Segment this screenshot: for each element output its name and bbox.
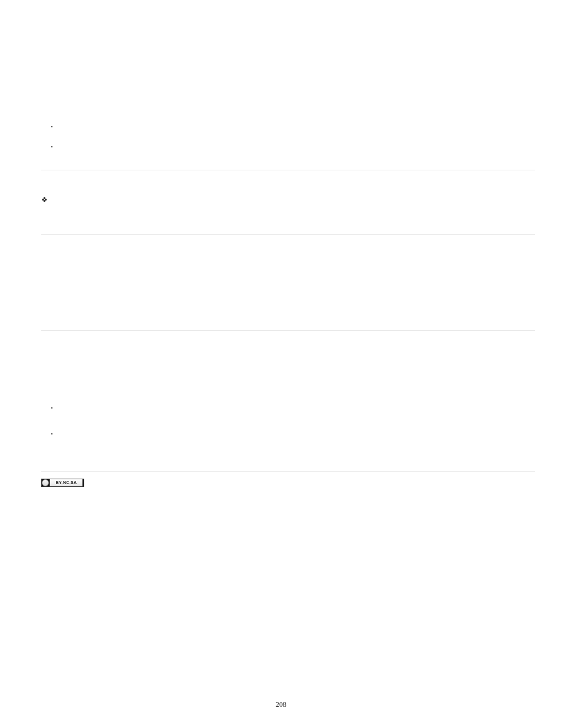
bullet-icon: • bbox=[41, 121, 62, 131]
cc-logo-icon bbox=[42, 479, 49, 486]
list-item-text bbox=[62, 403, 535, 429]
text-line bbox=[41, 367, 535, 380]
list-item: • bbox=[41, 403, 535, 429]
text-line bbox=[62, 416, 535, 429]
text-line bbox=[41, 354, 535, 367]
divider bbox=[41, 234, 535, 235]
list-item-text bbox=[62, 429, 535, 467]
text-line bbox=[41, 271, 535, 284]
body-block bbox=[41, 245, 535, 310]
text-line bbox=[41, 341, 535, 354]
divider bbox=[41, 471, 535, 472]
page-number: 208 bbox=[0, 700, 562, 709]
divider bbox=[41, 330, 535, 331]
license-block: BY-NC-SA bbox=[41, 479, 535, 488]
text-line bbox=[62, 429, 535, 442]
list-item: • bbox=[41, 141, 535, 157]
page-content: • • ❖ • bbox=[0, 0, 562, 488]
bullet-icon: • bbox=[41, 403, 62, 412]
text-line bbox=[52, 195, 535, 208]
text-line bbox=[41, 297, 535, 310]
bullet-icon: • bbox=[41, 429, 62, 438]
cc-license-badge: BY-NC-SA bbox=[41, 479, 84, 487]
body-block bbox=[41, 341, 535, 393]
cc-license-text: BY-NC-SA bbox=[49, 479, 82, 486]
list-item: • bbox=[41, 429, 535, 467]
diamond-icon: ❖ bbox=[41, 195, 52, 205]
list-item: • bbox=[41, 121, 535, 137]
text-line bbox=[41, 284, 535, 297]
diamond-section: ❖ bbox=[41, 195, 535, 221]
divider bbox=[41, 170, 535, 170]
bullet-icon: • bbox=[41, 141, 62, 151]
text-line bbox=[62, 403, 535, 416]
text-line bbox=[41, 380, 535, 393]
text-line bbox=[41, 245, 535, 258]
text-line bbox=[62, 442, 535, 454]
text-line bbox=[62, 454, 535, 467]
body-text bbox=[52, 195, 535, 221]
text-line bbox=[41, 258, 535, 271]
text-line bbox=[52, 208, 535, 221]
